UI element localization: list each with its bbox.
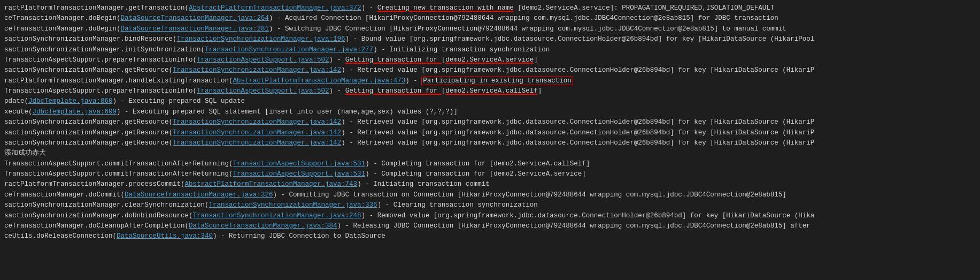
log-text: ) - Committing JDBC transaction on Conne…: [273, 191, 786, 199]
log-link[interactable]: DataSourceTransactionManager.java:384: [189, 222, 337, 230]
log-text: ) - Retrieved value [org.springframework…: [341, 118, 814, 126]
log-container: ractPlatformTransactionManager.getTransa…: [0, 0, 980, 245]
log-line-17: TransactionAspectSupport.commitTransacti…: [4, 169, 976, 179]
log-line-13: sactionSynchronizationManager.getResourc…: [4, 128, 976, 138]
log-link[interactable]: TransactionSynchronizationManager.java:1…: [177, 35, 345, 43]
log-highlight-box: Participating in existing transaction: [421, 77, 573, 85]
log-text: sactionSynchronizationManager.clearSynch…: [4, 201, 209, 209]
log-link[interactable]: AbstractPlatformTransactionManager.java:…: [189, 4, 361, 12]
log-text: ) - Acquired Connection [HikariProxyConn…: [269, 14, 778, 22]
log-text: ractPlatformTransactionManager.handleExi…: [4, 77, 233, 85]
log-text: pdate(: [4, 97, 28, 105]
log-line-18: ractPlatformTransactionManager.processCo…: [4, 179, 976, 190]
log-text: ceTransactionManager.doCommit(: [4, 191, 125, 199]
log-highlight-underline: Creating new transaction with name: [377, 4, 514, 12]
log-text: ) -: [361, 4, 377, 12]
log-line-4: sactionSynchronizationManager.bindResour…: [4, 34, 976, 44]
log-line-21: sactionSynchronizationManager.doUnbindRe…: [4, 211, 976, 221]
log-link[interactable]: TransactionSynchronizationManager.java:3…: [209, 201, 377, 209]
log-text: sactionSynchronizationManager.doUnbindRe…: [4, 212, 193, 220]
log-text: ) - Switching JDBC Connection [HikariPro…: [269, 25, 786, 33]
log-link[interactable]: TransactionSynchronizationManager.java:2…: [193, 212, 361, 220]
log-text: sactionSynchronizationManager.getResourc…: [4, 118, 173, 126]
log-line-5: sactionSynchronizationManager.initSynchr…: [4, 45, 976, 55]
log-text: ) - Retrieved value [org.springframework…: [341, 66, 814, 74]
log-line-23: ceUtils.doReleaseConnection(DataSourceUt…: [4, 231, 976, 241]
log-link[interactable]: JdbcTemplate.java:609: [33, 108, 117, 116]
log-link[interactable]: TransactionSynchronizationManager.java:1…: [173, 139, 341, 147]
log-text: ) - Returning JDBC Connection to DataSou…: [213, 232, 385, 240]
log-line-20: sactionSynchronizationManager.clearSynch…: [4, 200, 976, 210]
log-line-11: xecute(JdbcTemplate.java:609) - Executin…: [4, 107, 976, 117]
log-text: ) -: [329, 56, 345, 64]
log-link[interactable]: DataSourceTransactionManager.java:281: [121, 25, 269, 33]
log-link[interactable]: TransactionSynchronizationManager.java:1…: [173, 66, 341, 74]
log-link[interactable]: TransactionAspectSupport.java:502: [197, 56, 329, 64]
log-line-22: ceTransactionManager.doCleanupAfterCompl…: [4, 221, 976, 231]
log-text: ) - Completing transaction for [demo2.Se…: [365, 160, 590, 168]
log-link[interactable]: AbstractPlatformTransactionManager.java:…: [185, 180, 358, 188]
log-link[interactable]: DataSourceTransactionManager.java:264: [121, 14, 269, 22]
log-text: ) - Clearing transaction synchronization: [377, 201, 538, 209]
log-text: TransactionAspectSupport.commitTransacti…: [4, 160, 233, 168]
log-text: ) - Removed value [org.springframework.j…: [361, 212, 815, 220]
log-link[interactable]: TransactionSynchronizationManager.java:2…: [205, 46, 373, 54]
log-link[interactable]: AbstractPlatformTransactionManager.java:…: [233, 77, 406, 85]
log-line-3: ceTransactionManager.doBegin(DataSourceT…: [4, 24, 976, 34]
log-highlight-underline: Getting transaction for [demo2.ServiceA.…: [345, 56, 538, 64]
log-text: ) - Executing prepared SQL update: [113, 97, 245, 105]
log-text: ) - Releasing JDBC Connection [HikariPro…: [337, 222, 811, 230]
log-link[interactable]: DataSourceTransactionManager.java:326: [125, 191, 273, 199]
log-text: ) - Executing prepared SQL statement [in…: [117, 108, 458, 116]
log-text: ) - Retrieved value [org.springframework…: [341, 139, 814, 147]
log-text: xecute(: [4, 108, 33, 116]
log-line-6: TransactionAspectSupport.prepareTransact…: [4, 55, 976, 65]
log-line-1: ractPlatformTransactionManager.getTransa…: [4, 3, 976, 13]
log-link[interactable]: TransactionAspectSupport.java:502: [197, 87, 329, 95]
log-link[interactable]: DataSourceUtils.java:340: [117, 232, 213, 240]
log-line-16: TransactionAspectSupport.commitTransacti…: [4, 159, 976, 169]
log-text: sactionSynchronizationManager.bindResour…: [4, 35, 177, 43]
log-text: ) -: [329, 87, 345, 95]
log-text: ) - Retrieved value [org.springframework…: [341, 129, 814, 137]
log-text: sactionSynchronizationManager.initSynchr…: [4, 46, 205, 54]
log-line-19: ceTransactionManager.doCommit(DataSource…: [4, 190, 976, 200]
log-link[interactable]: TransactionSynchronizationManager.java:1…: [173, 118, 341, 126]
log-line-2: ceTransactionManager.doBegin(DataSourceT…: [4, 13, 976, 24]
log-highlight-underline: Getting transaction for [demo2.ServiceA.…: [345, 87, 542, 95]
log-text: ceUtils.doReleaseConnection(: [4, 232, 117, 240]
log-line-15: 添加成功赤犬: [4, 148, 976, 158]
log-text: TransactionAspectSupport.commitTransacti…: [4, 170, 233, 178]
log-text: ) - Bound value [org.springframework.jdb…: [345, 35, 815, 43]
log-link[interactable]: TransactionSynchronizationManager.java:1…: [173, 129, 341, 137]
log-line-10: pdate(JdbcTemplate.java:860) - Executing…: [4, 96, 976, 107]
log-line-14: sactionSynchronizationManager.getResourc…: [4, 138, 976, 148]
log-text: sactionSynchronizationManager.getResourc…: [4, 66, 173, 74]
log-link[interactable]: TransactionAspectSupport.java:531: [233, 170, 366, 178]
log-text: ) - Initializing transaction synchroniza…: [373, 46, 550, 54]
log-text: ceTransactionManager.doBegin(: [4, 25, 121, 33]
log-text: sactionSynchronizationManager.getResourc…: [4, 139, 173, 147]
log-text: ceTransactionManager.doCleanupAfterCompl…: [4, 222, 189, 230]
log-link[interactable]: JdbcTemplate.java:860: [28, 97, 113, 105]
log-text: ) -: [405, 77, 421, 85]
log-text: TransactionAspectSupport.prepareTransact…: [4, 87, 197, 95]
log-line-12: sactionSynchronizationManager.getResourc…: [4, 117, 976, 127]
log-line-7: sactionSynchronizationManager.getResourc…: [4, 65, 976, 75]
log-link[interactable]: TransactionAspectSupport.java:531: [233, 160, 366, 168]
log-text: ) - Completing transaction for [demo2.Se…: [365, 170, 586, 178]
log-text: ractPlatformTransactionManager.getTransa…: [4, 4, 189, 12]
log-text: sactionSynchronizationManager.getResourc…: [4, 129, 173, 137]
log-text: ) - Initiating transaction commit: [357, 180, 490, 188]
log-text: ceTransactionManager.doBegin(: [4, 14, 121, 22]
log-line-9: TransactionAspectSupport.prepareTransact…: [4, 86, 976, 96]
log-text: [demo2.ServiceA.service]: PROPAGATION_RE…: [514, 4, 775, 12]
log-chinese-text: 添加成功赤犬: [4, 149, 46, 157]
log-text: TransactionAspectSupport.prepareTransact…: [4, 56, 197, 64]
log-line-8: ractPlatformTransactionManager.handleExi…: [4, 76, 976, 86]
log-text: ractPlatformTransactionManager.processCo…: [4, 180, 185, 188]
